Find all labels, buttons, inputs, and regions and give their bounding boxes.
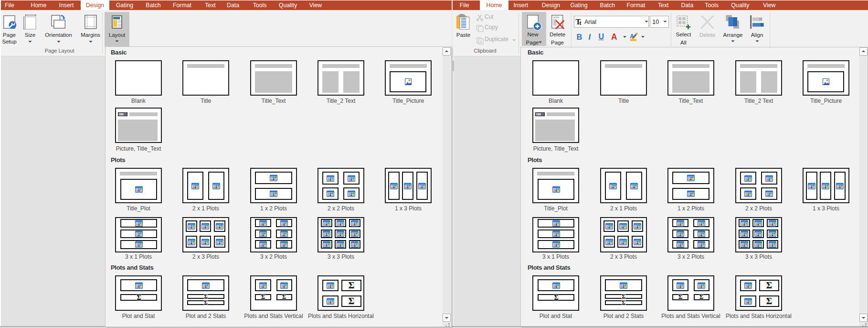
svg-text:Σ: Σ <box>349 280 354 290</box>
svg-text:Σ: Σ <box>766 280 772 290</box>
svg-text:Σ: Σ <box>678 294 683 301</box>
svg-text:Σ: Σ <box>766 296 772 306</box>
svg-text:Σ: Σ <box>554 294 558 301</box>
svg-text:Σ: Σ <box>699 294 704 301</box>
svg-text:Σ: Σ <box>137 294 141 301</box>
svg-text:Σ: Σ <box>261 294 265 301</box>
svg-text:Σ: Σ <box>622 299 625 306</box>
svg-text:Σ: Σ <box>204 299 208 306</box>
svg-text:Σ: Σ <box>349 296 354 306</box>
svg-text:Σ: Σ <box>282 294 286 301</box>
